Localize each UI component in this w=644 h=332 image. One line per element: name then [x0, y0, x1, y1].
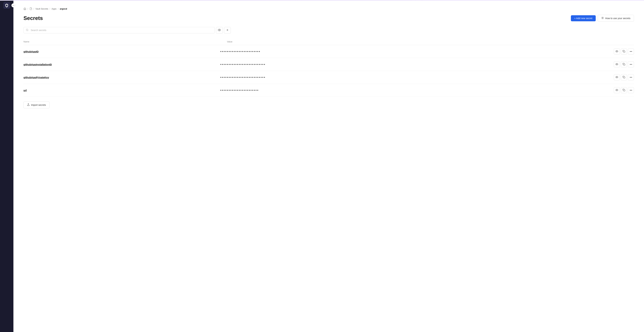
eye-icon — [616, 76, 618, 79]
search-icon — [26, 29, 28, 32]
row-actions-githubAppInstallationID: ••• — [614, 61, 634, 68]
reveal-all-button[interactable] — [216, 27, 223, 34]
secret-value-url: ••••••••••••••••••••••• — [220, 88, 614, 92]
row-actions-url: ••• — [614, 87, 634, 93]
how-to-label: How to use your secrets — [605, 17, 630, 20]
table-row: githubAppPrivateKey ••••••••••••••••••••… — [24, 71, 634, 84]
svg-line-7 — [602, 18, 602, 19]
secret-value-githubAppInstallationID: ••••••••••••••••••••••••••• — [220, 62, 614, 66]
breadcrumb: / / Vault Secrets / Apps / argocd — [24, 8, 634, 10]
secret-name-url[interactable]: url — [24, 89, 220, 92]
svg-line-8 — [603, 17, 604, 17]
eye-icon — [616, 63, 618, 66]
svg-point-18 — [616, 77, 617, 78]
reveal-secret-url-button[interactable] — [614, 87, 620, 93]
row-actions-githubAppID: ••• — [614, 48, 634, 54]
svg-line-4 — [603, 18, 604, 19]
svg-point-16 — [616, 64, 617, 64]
import-secrets-button[interactable]: Import secrets — [24, 102, 50, 108]
more-actions-githubAppPrivateKey-button[interactable]: ••• — [628, 74, 634, 80]
table-header: Name Value — [24, 39, 634, 45]
ellipsis-icon: ••• — [630, 76, 632, 79]
svg-rect-21 — [624, 90, 625, 91]
sidebar-logo[interactable] — [3, 2, 10, 9]
table-row: url ••••••••••••••••••••••• — [24, 84, 634, 97]
search-container — [24, 27, 634, 34]
more-actions-githubAppID-button[interactable]: ••• — [628, 48, 634, 54]
copy-secret-githubAppPrivateKey-button[interactable] — [621, 74, 627, 80]
search-input-wrapper — [24, 27, 215, 34]
ellipsis-icon: ••• — [630, 89, 632, 92]
breadcrumb-apps[interactable]: Apps — [52, 8, 56, 10]
more-actions-githubAppInstallationID-button[interactable]: ••• — [628, 61, 634, 68]
ellipsis-icon: ••• — [630, 63, 632, 66]
secret-name-githubAppPrivateKey[interactable]: githubAppPrivateKey — [24, 76, 220, 79]
secret-name-githubAppInstallationID[interactable]: githubAppInstallationID — [24, 63, 220, 66]
breadcrumb-sep-4: / — [58, 8, 58, 10]
breadcrumb-vault-secrets[interactable]: Vault Secrets — [36, 8, 48, 10]
table-row: githubAppID •••••••••••••••••••••••• — [24, 45, 634, 58]
hcp-logo-icon — [5, 3, 9, 8]
svg-rect-15 — [624, 51, 625, 52]
ellipsis-icon: ••• — [630, 50, 632, 53]
copy-icon — [622, 63, 625, 66]
breadcrumb-home-icon — [24, 8, 26, 10]
eye-icon — [218, 28, 221, 32]
svg-point-0 — [602, 18, 603, 18]
top-accent-bar — [0, 0, 644, 1]
lightbulb-icon — [601, 16, 604, 20]
breadcrumb-current: argocd — [60, 8, 67, 10]
svg-line-3 — [602, 17, 602, 17]
copy-icon — [622, 50, 625, 53]
table-row: githubAppInstallationID ••••••••••••••••… — [24, 58, 634, 71]
breadcrumb-sep-1: / — [28, 8, 28, 10]
svg-line-10 — [28, 30, 28, 31]
svg-point-20 — [616, 90, 617, 90]
svg-rect-17 — [624, 64, 625, 66]
upload-icon — [27, 103, 30, 106]
secret-value-githubAppPrivateKey: ••••••••••••••••••••••••••• — [220, 76, 614, 79]
add-icon-button[interactable] — [224, 27, 231, 34]
sidebar: >> — [0, 0, 14, 332]
svg-point-14 — [616, 51, 617, 52]
breadcrumb-sep-3: / — [50, 8, 50, 10]
svg-point-9 — [26, 29, 28, 31]
reveal-secret-githubAppPrivateKey-button[interactable] — [614, 74, 620, 80]
breadcrumb-doc-icon — [30, 8, 32, 10]
row-actions-githubAppPrivateKey: ••• — [614, 74, 634, 80]
reveal-secret-githubAppInstallationID-button[interactable] — [614, 61, 620, 68]
header-name: Name — [24, 40, 227, 43]
main-content: / / Vault Secrets / Apps / argocd Secret… — [14, 1, 644, 332]
sidebar-expand-button[interactable]: >> — [12, 3, 16, 8]
eye-icon — [616, 89, 618, 92]
secrets-table: Name Value githubAppID •••••••••••••••••… — [24, 39, 634, 97]
add-new-secret-button[interactable]: + Add new secret — [571, 15, 596, 21]
more-actions-url-button[interactable]: ••• — [628, 87, 634, 93]
reveal-secret-githubAppID-button[interactable] — [614, 48, 620, 54]
header-actions: + Add new secret How to use — [571, 15, 634, 22]
eye-icon — [616, 50, 618, 53]
import-button-label: Import secrets — [31, 104, 46, 106]
page-header: Secrets + Add new secret — [24, 15, 634, 22]
svg-point-11 — [219, 30, 220, 30]
chevron-right-icon: >> — [12, 4, 14, 6]
copy-icon — [622, 76, 625, 79]
how-to-use-secrets-button[interactable]: How to use your secrets — [598, 15, 634, 22]
plus-icon — [226, 28, 229, 32]
secret-value-githubAppID: •••••••••••••••••••••••• — [220, 50, 614, 54]
page-title: Secrets — [24, 15, 43, 21]
copy-secret-githubAppID-button[interactable] — [621, 48, 627, 54]
copy-secret-githubAppInstallationID-button[interactable] — [621, 61, 627, 68]
copy-icon — [622, 89, 625, 92]
secret-name-githubAppID[interactable]: githubAppID — [24, 50, 220, 53]
svg-rect-19 — [624, 77, 625, 78]
search-input[interactable] — [24, 27, 215, 33]
copy-secret-url-button[interactable] — [621, 87, 627, 93]
header-value: Value — [227, 40, 634, 43]
breadcrumb-sep-2: / — [34, 8, 34, 10]
